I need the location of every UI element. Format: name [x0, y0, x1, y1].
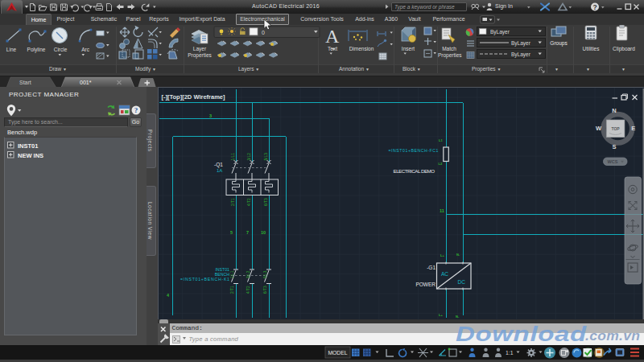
svg-text:N-: N-	[456, 253, 460, 257]
svg-text:6/T3: 6/T3	[263, 286, 267, 294]
svg-text:3: 3	[209, 113, 212, 118]
svg-text:3/L2: 3/L2	[247, 153, 251, 161]
svg-text:1/L1: 1/L1	[231, 153, 235, 161]
svg-text:=INST01+BENCH-FC1: =INST01+BENCH-FC1	[389, 148, 439, 153]
svg-text:?: ?	[134, 106, 138, 114]
svg-text:DC: DC	[458, 279, 466, 285]
svg-text:7: 7	[246, 230, 249, 235]
svg-text:ELECTRICAL DEMO: ELECTRICAL DEMO	[394, 168, 436, 174]
svg-text:ByLayer: ByLayer	[490, 29, 510, 35]
svg-text:=INST01+BENCH-K1: =INST01+BENCH-K1	[180, 277, 229, 282]
svg-text:E: E	[631, 125, 635, 132]
svg-text:ByLayer: ByLayer	[511, 51, 531, 58]
svg-text:001*: 001*	[80, 80, 92, 85]
svg-text:10: 10	[261, 230, 266, 235]
svg-text:5: 5	[230, 230, 233, 235]
svg-text:L+: L+	[439, 313, 443, 317]
svg-text:5/L3: 5/L3	[263, 270, 267, 278]
svg-text:1:1: 1:1	[506, 350, 514, 356]
svg-text:AC: AC	[441, 271, 448, 277]
svg-text:W: W	[596, 125, 602, 132]
svg-text:4/T2: 4/T2	[247, 198, 251, 206]
svg-text:ByLayer: ByLayer	[511, 40, 531, 47]
svg-text:INST01: INST01	[18, 142, 38, 150]
svg-text:WCS: WCS	[608, 159, 618, 164]
svg-text:L1: L1	[439, 138, 443, 142]
svg-text:Start: Start	[19, 80, 31, 85]
svg-text:TOP: TOP	[611, 126, 620, 131]
svg-text:5/L3: 5/L3	[264, 153, 268, 161]
svg-text:2/T1: 2/T1	[230, 286, 234, 294]
svg-text:L+: L+	[440, 253, 444, 257]
svg-text:MODEL: MODEL	[328, 350, 347, 356]
svg-text:4/T2: 4/T2	[246, 286, 250, 294]
svg-text:1/L1: 1/L1	[230, 270, 234, 278]
svg-text:1A: 1A	[217, 168, 222, 173]
svg-text:6/T3: 6/T3	[264, 198, 268, 206]
svg-text:2/T1: 2/T1	[231, 198, 235, 206]
svg-text:11: 11	[440, 208, 444, 213]
svg-text:POWER: POWER	[415, 282, 436, 287]
svg-text:-Q1: -Q1	[214, 162, 223, 168]
svg-text:N-: N-	[456, 315, 460, 319]
svg-text:NEW INS: NEW INS	[18, 152, 43, 159]
svg-text:?: ?	[592, 3, 597, 11]
svg-text:N: N	[612, 107, 616, 114]
svg-text:3/L2: 3/L2	[246, 270, 250, 278]
svg-text:A: A	[325, 26, 340, 47]
svg-text:L2: L2	[439, 162, 443, 166]
svg-text:S: S	[612, 143, 616, 150]
svg-text:-G1: -G1	[427, 265, 436, 270]
svg-text:[-][Top][2D Wireframe]: [-][Top][2D Wireframe]	[162, 93, 226, 101]
